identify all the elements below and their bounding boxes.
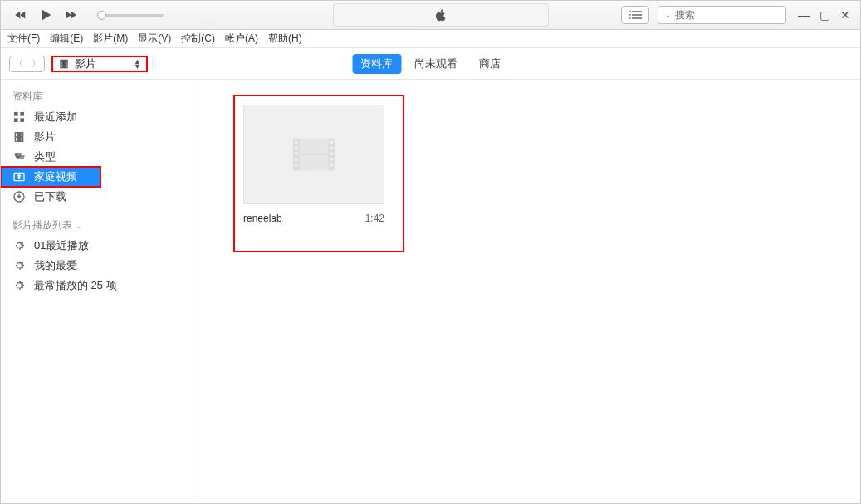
- media-type-dropdown[interactable]: 影片 ▲▼: [51, 56, 148, 72]
- sidebar-playlist-favorites[interactable]: 我的最爱: [1, 256, 193, 276]
- sidebar-item-recently-added[interactable]: 最近添加: [1, 107, 193, 127]
- sidebar-item-label: 影片: [34, 130, 56, 144]
- gear-icon: [12, 259, 26, 272]
- svg-rect-23: [330, 158, 333, 161]
- next-button[interactable]: [61, 5, 81, 25]
- playback-controls: [1, 5, 164, 25]
- search-input[interactable]: [675, 9, 800, 21]
- close-button[interactable]: ✕: [840, 9, 850, 21]
- svg-rect-19: [295, 164, 298, 167]
- sidebar-playlist-top25[interactable]: 最常播放的 25 项: [1, 276, 193, 296]
- sidebar-section-library: 资料库: [1, 86, 193, 107]
- menu-account[interactable]: 帐户(A): [225, 32, 258, 46]
- svg-rect-17: [295, 152, 298, 155]
- menu-edit[interactable]: 编辑(E): [50, 32, 83, 46]
- film-icon: [12, 130, 26, 144]
- menu-file[interactable]: 文件(F): [7, 32, 40, 46]
- volume-slider[interactable]: [94, 14, 164, 17]
- video-meta: reneelab 1:42: [243, 213, 384, 224]
- tab-store[interactable]: 商店: [471, 54, 509, 74]
- sidebar-item-label: 类型: [34, 149, 56, 164]
- sidebar-item-home-videos[interactable]: 家庭视频: [1, 167, 100, 187]
- svg-rect-4: [629, 17, 631, 18]
- svg-rect-18: [295, 158, 298, 161]
- svg-rect-15: [295, 141, 298, 144]
- sidebar-item-genres[interactable]: 类型: [1, 147, 193, 167]
- svg-rect-8: [14, 118, 18, 122]
- sidebar: 资料库 最近添加 影片 类型 家庭视频 已下载 影片播放列表 ⌄ 01最近: [1, 80, 193, 503]
- grid-icon: [12, 110, 26, 124]
- video-item[interactable]: reneelab 1:42: [243, 105, 409, 224]
- svg-rect-21: [330, 146, 333, 149]
- media-dropdown-label: 影片: [75, 56, 134, 71]
- chevron-down-icon: ⌄: [76, 222, 82, 230]
- apple-logo-icon: [433, 7, 448, 22]
- sidebar-section-playlists[interactable]: 影片播放列表 ⌄: [1, 215, 193, 236]
- sidebar-item-label: 01最近播放: [34, 238, 89, 253]
- titlebar-right: ⌄ ― ▢ ✕: [621, 6, 854, 24]
- dropdown-arrows-icon: ▲▼: [134, 59, 141, 69]
- sidebar-playlist-recent[interactable]: 01最近播放: [1, 236, 193, 256]
- svg-rect-1: [632, 11, 642, 12]
- lcd-display: [333, 3, 549, 27]
- search-dropdown-caret[interactable]: ⌄: [665, 11, 672, 19]
- nav-forward-button[interactable]: 〉: [27, 56, 45, 72]
- tab-unwatched[interactable]: 尚未观看: [406, 54, 466, 74]
- tab-library[interactable]: 资料库: [352, 54, 401, 74]
- svg-rect-24: [330, 164, 333, 167]
- svg-rect-9: [20, 118, 24, 122]
- masks-icon: [12, 150, 26, 164]
- svg-rect-6: [14, 112, 18, 116]
- svg-rect-0: [629, 11, 631, 12]
- film-icon: [58, 58, 70, 70]
- film-placeholder-icon: [288, 134, 340, 175]
- title-bar: ⌄ ― ▢ ✕: [1, 1, 860, 30]
- menu-help[interactable]: 帮助(H): [268, 32, 302, 46]
- menu-controls[interactable]: 控制(C): [181, 32, 215, 46]
- nav-buttons: 〈 〉: [9, 56, 45, 72]
- sidebar-item-label: 已下载: [34, 189, 66, 204]
- video-title: reneelab: [243, 213, 282, 224]
- svg-rect-7: [20, 112, 24, 116]
- main-body: 资料库 最近添加 影片 类型 家庭视频 已下载 影片播放列表 ⌄ 01最近: [1, 80, 860, 503]
- previous-button[interactable]: [11, 5, 31, 25]
- minimize-button[interactable]: ―: [798, 9, 810, 21]
- sidebar-item-movies[interactable]: 影片: [1, 127, 193, 147]
- window-controls: ― ▢ ✕: [795, 9, 854, 21]
- content-area: reneelab 1:42: [193, 80, 860, 503]
- gear-icon: [12, 239, 26, 252]
- menu-movies[interactable]: 影片(M): [93, 32, 128, 46]
- center-tabs: 资料库 尚未观看 商店: [352, 54, 509, 74]
- svg-rect-22: [330, 152, 333, 155]
- svg-rect-3: [632, 14, 642, 15]
- svg-rect-2: [629, 14, 631, 15]
- gear-icon: [12, 279, 26, 292]
- maximize-button[interactable]: ▢: [819, 9, 830, 21]
- video-duration: 1:42: [365, 213, 384, 224]
- list-view-toggle[interactable]: [621, 6, 649, 24]
- sidebar-item-label: 家庭视频: [34, 169, 77, 184]
- search-field[interactable]: ⌄: [658, 6, 786, 24]
- play-button[interactable]: [36, 5, 56, 25]
- menu-view[interactable]: 显示(V): [138, 32, 171, 46]
- sidebar-item-label: 我的最爱: [34, 258, 77, 273]
- nav-row: 〈 〉 影片 ▲▼ 资料库 尚未观看 商店: [1, 48, 860, 80]
- svg-rect-20: [330, 141, 333, 144]
- home-video-icon: [12, 170, 26, 183]
- video-thumbnail[interactable]: [243, 105, 384, 204]
- sidebar-item-label: 最常播放的 25 项: [34, 278, 117, 293]
- download-icon: [12, 190, 26, 203]
- sidebar-item-downloaded[interactable]: 已下载: [1, 187, 193, 207]
- nav-back-button[interactable]: 〈: [9, 56, 27, 72]
- svg-rect-16: [295, 146, 298, 149]
- sidebar-item-label: 最近添加: [34, 110, 77, 125]
- menu-bar: 文件(F) 编辑(E) 影片(M) 显示(V) 控制(C) 帐户(A) 帮助(H…: [1, 30, 860, 48]
- svg-rect-5: [632, 17, 642, 18]
